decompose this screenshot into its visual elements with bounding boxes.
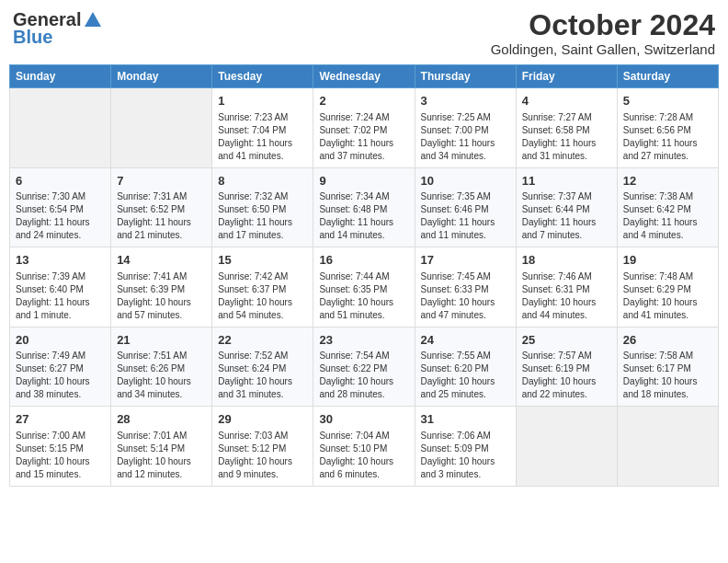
- calendar-cell: 1Sunrise: 7:23 AMSunset: 7:04 PMDaylight…: [212, 88, 313, 168]
- day-info: Sunrise: 7:55 AMSunset: 6:20 PMDaylight:…: [421, 350, 510, 401]
- calendar-week-row: 27Sunrise: 7:00 AMSunset: 5:15 PMDayligh…: [10, 407, 719, 487]
- day-number: 8: [218, 173, 307, 190]
- calendar-cell: 19Sunrise: 7:48 AMSunset: 6:29 PMDayligh…: [617, 247, 718, 327]
- calendar-cell: 2Sunrise: 7:24 AMSunset: 7:02 PMDaylight…: [313, 88, 415, 168]
- calendar-cell: 20Sunrise: 7:49 AMSunset: 6:27 PMDayligh…: [10, 327, 111, 407]
- calendar-week-row: 6Sunrise: 7:30 AMSunset: 6:54 PMDaylight…: [10, 167, 719, 247]
- day-info: Sunrise: 7:39 AMSunset: 6:40 PMDaylight:…: [16, 270, 105, 322]
- day-number: 17: [421, 252, 510, 269]
- day-info: Sunrise: 7:01 AMSunset: 5:14 PMDaylight:…: [117, 430, 206, 481]
- calendar-day-header: Wednesday: [313, 65, 415, 88]
- location-title: Goldingen, Saint Gallen, Switzerland: [491, 41, 715, 57]
- logo-blue-text: Blue: [13, 27, 52, 48]
- calendar-day-header: Sunday: [10, 65, 111, 88]
- calendar-cell: 13Sunrise: 7:39 AMSunset: 6:40 PMDayligh…: [10, 247, 111, 327]
- day-number: 21: [117, 332, 206, 349]
- day-info: Sunrise: 7:52 AMSunset: 6:24 PMDaylight:…: [218, 350, 307, 401]
- calendar-cell: 22Sunrise: 7:52 AMSunset: 6:24 PMDayligh…: [212, 327, 313, 407]
- logo-icon: [83, 10, 103, 30]
- calendar-cell: 21Sunrise: 7:51 AMSunset: 6:26 PMDayligh…: [111, 327, 212, 407]
- day-number: 30: [319, 411, 408, 428]
- calendar-cell: 5Sunrise: 7:28 AMSunset: 6:56 PMDaylight…: [617, 88, 718, 168]
- calendar-cell: 11Sunrise: 7:37 AMSunset: 6:44 PMDayligh…: [516, 167, 617, 247]
- calendar-cell: [111, 88, 212, 168]
- calendar-week-row: 1Sunrise: 7:23 AMSunset: 7:04 PMDaylight…: [10, 88, 719, 168]
- calendar-cell: 7Sunrise: 7:31 AMSunset: 6:52 PMDaylight…: [111, 167, 212, 247]
- day-info: Sunrise: 7:03 AMSunset: 5:12 PMDaylight:…: [218, 430, 307, 481]
- day-info: Sunrise: 7:34 AMSunset: 6:48 PMDaylight:…: [319, 190, 408, 242]
- day-number: 26: [623, 332, 712, 349]
- day-number: 25: [522, 332, 611, 349]
- month-title: October 2024: [491, 9, 715, 41]
- day-info: Sunrise: 7:46 AMSunset: 6:31 PMDaylight:…: [522, 270, 611, 322]
- day-number: 22: [218, 332, 307, 349]
- calendar-cell: [617, 407, 718, 487]
- calendar-cell: 29Sunrise: 7:03 AMSunset: 5:12 PMDayligh…: [212, 407, 313, 487]
- day-info: Sunrise: 7:30 AMSunset: 6:54 PMDaylight:…: [16, 190, 105, 242]
- calendar-day-header: Saturday: [617, 65, 718, 88]
- calendar-cell: 31Sunrise: 7:06 AMSunset: 5:09 PMDayligh…: [415, 407, 516, 487]
- day-info: Sunrise: 7:27 AMSunset: 6:58 PMDaylight:…: [522, 111, 611, 163]
- calendar-cell: [10, 88, 111, 168]
- day-number: 15: [218, 252, 307, 269]
- calendar-cell: 17Sunrise: 7:45 AMSunset: 6:33 PMDayligh…: [415, 247, 516, 327]
- day-info: Sunrise: 7:06 AMSunset: 5:09 PMDaylight:…: [421, 430, 510, 481]
- day-number: 1: [218, 93, 307, 109]
- calendar-cell: 23Sunrise: 7:54 AMSunset: 6:22 PMDayligh…: [313, 327, 415, 407]
- day-number: 23: [319, 332, 408, 349]
- calendar-cell: 4Sunrise: 7:27 AMSunset: 6:58 PMDaylight…: [516, 88, 617, 168]
- day-number: 11: [522, 173, 611, 190]
- day-info: Sunrise: 7:24 AMSunset: 7:02 PMDaylight:…: [319, 111, 408, 163]
- day-number: 9: [319, 173, 408, 190]
- day-info: Sunrise: 7:54 AMSunset: 6:22 PMDaylight:…: [319, 350, 408, 401]
- calendar-day-header: Friday: [516, 65, 617, 88]
- day-number: 27: [16, 411, 105, 428]
- day-number: 24: [421, 332, 510, 349]
- day-info: Sunrise: 7:31 AMSunset: 6:52 PMDaylight:…: [117, 190, 206, 242]
- day-info: Sunrise: 7:28 AMSunset: 6:56 PMDaylight:…: [623, 111, 712, 163]
- day-number: 19: [623, 252, 712, 269]
- day-info: Sunrise: 7:32 AMSunset: 6:50 PMDaylight:…: [218, 190, 307, 242]
- day-number: 14: [117, 252, 206, 269]
- calendar-cell: [516, 407, 617, 487]
- calendar-cell: 18Sunrise: 7:46 AMSunset: 6:31 PMDayligh…: [516, 247, 617, 327]
- calendar-cell: 15Sunrise: 7:42 AMSunset: 6:37 PMDayligh…: [212, 247, 313, 327]
- day-info: Sunrise: 7:51 AMSunset: 6:26 PMDaylight:…: [117, 350, 206, 401]
- day-info: Sunrise: 7:45 AMSunset: 6:33 PMDaylight:…: [421, 270, 510, 322]
- calendar-table: SundayMondayTuesdayWednesdayThursdayFrid…: [9, 64, 719, 487]
- calendar-cell: 30Sunrise: 7:04 AMSunset: 5:10 PMDayligh…: [313, 407, 415, 487]
- day-number: 5: [623, 93, 712, 109]
- calendar-cell: 10Sunrise: 7:35 AMSunset: 6:46 PMDayligh…: [415, 167, 516, 247]
- day-info: Sunrise: 7:00 AMSunset: 5:15 PMDaylight:…: [16, 430, 105, 481]
- day-number: 31: [421, 411, 510, 428]
- day-number: 29: [218, 411, 307, 428]
- calendar-cell: 27Sunrise: 7:00 AMSunset: 5:15 PMDayligh…: [10, 407, 111, 487]
- day-info: Sunrise: 7:57 AMSunset: 6:19 PMDaylight:…: [522, 350, 611, 401]
- day-info: Sunrise: 7:38 AMSunset: 6:42 PMDaylight:…: [623, 190, 712, 242]
- day-info: Sunrise: 7:37 AMSunset: 6:44 PMDaylight:…: [522, 190, 611, 242]
- day-number: 3: [421, 93, 510, 109]
- day-number: 20: [16, 332, 105, 349]
- day-number: 7: [117, 173, 206, 190]
- day-number: 4: [522, 93, 611, 109]
- day-number: 28: [117, 411, 206, 428]
- calendar-cell: 28Sunrise: 7:01 AMSunset: 5:14 PMDayligh…: [111, 407, 212, 487]
- day-info: Sunrise: 7:04 AMSunset: 5:10 PMDaylight:…: [319, 430, 408, 481]
- calendar-day-header: Tuesday: [212, 65, 313, 88]
- day-info: Sunrise: 7:42 AMSunset: 6:37 PMDaylight:…: [218, 270, 307, 322]
- day-info: Sunrise: 7:25 AMSunset: 7:00 PMDaylight:…: [421, 111, 510, 163]
- day-info: Sunrise: 7:44 AMSunset: 6:35 PMDaylight:…: [319, 270, 408, 322]
- day-info: Sunrise: 7:35 AMSunset: 6:46 PMDaylight:…: [421, 190, 510, 242]
- calendar-cell: 26Sunrise: 7:58 AMSunset: 6:17 PMDayligh…: [617, 327, 718, 407]
- calendar-cell: 25Sunrise: 7:57 AMSunset: 6:19 PMDayligh…: [516, 327, 617, 407]
- calendar-cell: 6Sunrise: 7:30 AMSunset: 6:54 PMDaylight…: [10, 167, 111, 247]
- day-number: 2: [319, 93, 408, 109]
- calendar-day-header: Thursday: [415, 65, 516, 88]
- day-info: Sunrise: 7:48 AMSunset: 6:29 PMDaylight:…: [623, 270, 712, 322]
- day-info: Sunrise: 7:41 AMSunset: 6:39 PMDaylight:…: [117, 270, 206, 322]
- calendar-week-row: 20Sunrise: 7:49 AMSunset: 6:27 PMDayligh…: [10, 327, 719, 407]
- svg-marker-0: [85, 12, 101, 27]
- logo: General Blue: [13, 9, 103, 48]
- day-number: 16: [319, 252, 408, 269]
- calendar-cell: 9Sunrise: 7:34 AMSunset: 6:48 PMDaylight…: [313, 167, 415, 247]
